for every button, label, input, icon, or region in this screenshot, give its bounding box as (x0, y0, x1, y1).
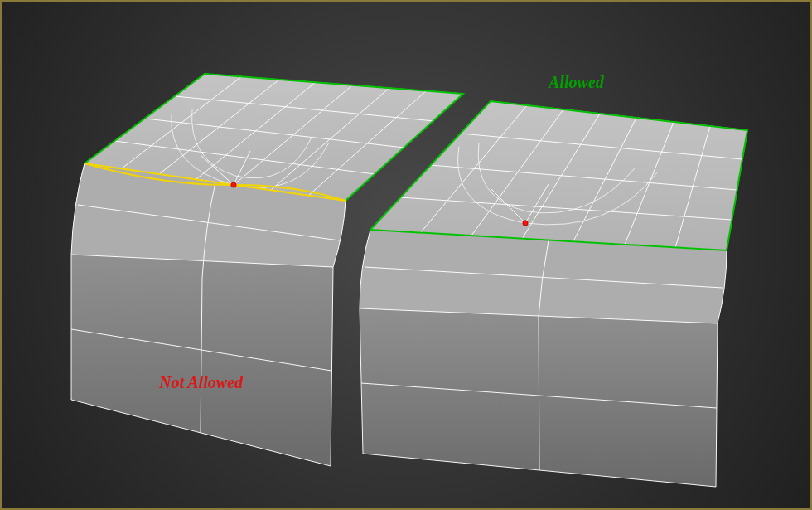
pole-vertex-right (523, 221, 528, 226)
scene (2, 2, 812, 510)
pole-vertex-left (231, 182, 236, 187)
mesh-right (360, 101, 747, 487)
viewport[interactable]: Not Allowed Allowed (0, 0, 812, 510)
